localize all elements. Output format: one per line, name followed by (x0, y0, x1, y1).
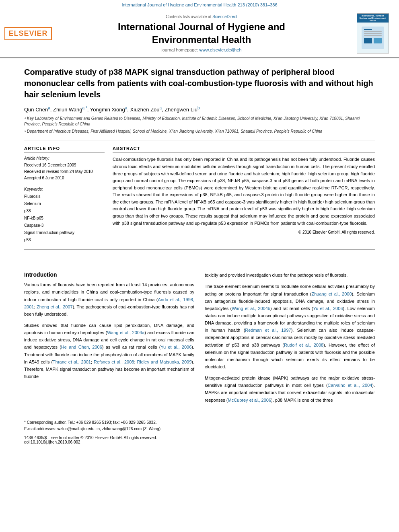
keyword-caspase3: Caspase-3 (24, 222, 105, 229)
right-para1: toxicity and provided investigation clue… (205, 271, 375, 279)
svg-rect-6 (374, 38, 382, 43)
contents-text: Contents lists available at (166, 14, 211, 19)
svg-rect-3 (364, 33, 382, 34)
elsevier-logo: ELSEVIER (4, 27, 51, 40)
journal-title: International Journal of Hygiene and Env… (52, 21, 351, 45)
ref-carvalho[interactable]: Carvalho et al., 2004 (328, 383, 372, 388)
ref-wang2004b[interactable]: Wang et al., 2004b (232, 306, 270, 311)
thumb-body (357, 23, 389, 53)
copyright-text: © 2010 Elsevier GmbH. All rights reserve… (113, 230, 375, 234)
journal-homepage: journal homepage: www.elsevier.de/ijheh (52, 47, 351, 52)
keyword-selenium: Selenium (24, 200, 105, 207)
svg-rect-4 (364, 35, 382, 36)
journal-title-line1: International Journal of Hygiene and (118, 21, 285, 32)
abstract-column: ABSTRACT Coal-combustion-type fluorosis … (113, 146, 375, 244)
journal-thumbnail-area: International Journal of Hygiene and Env… (355, 13, 391, 53)
intro-para1: Various forms of fluorosis have been rep… (24, 281, 194, 318)
ref-yu2006b[interactable]: Yu et al., 2006 (313, 306, 343, 311)
right-para2: The trace element selenium seems to modu… (205, 283, 375, 370)
journal-title-line2: Environmental Health (152, 34, 251, 45)
abstract-text: Coal-combustion-type fluorosis has only … (113, 156, 375, 227)
divider-2 (24, 249, 375, 250)
body-two-columns: Introduction Various forms of fluorosis … (24, 271, 375, 407)
issn-text: 1438-4639/$ – see front matter © 2010 El… (24, 435, 157, 440)
elsevier-logo-area: ELSEVIER (8, 27, 48, 40)
sciencedirect-line: Contents lists available at ScienceDirec… (52, 14, 351, 19)
keyword-signal: Signal transduction pathway (24, 229, 105, 236)
divider-1 (24, 140, 375, 140)
top-bar: International Journal of Hygiene and Env… (0, 0, 399, 9)
svg-rect-2 (364, 31, 382, 32)
svg-rect-5 (364, 38, 372, 43)
abstract-heading: ABSTRACT (113, 146, 375, 153)
ref-mccubrey[interactable]: McCubrey et al., 2006 (228, 398, 271, 403)
issn-line: 1438-4639/$ – see front matter © 2010 El… (24, 435, 375, 444)
journal-header: ELSEVIER Contents lists available at Sci… (0, 9, 399, 58)
homepage-label: journal homepage: (161, 47, 198, 52)
paper-title: Comparative study of p38 MAPK signal tra… (24, 66, 375, 100)
affiliation1: ᵃ Key Laboratory of Environment and Gene… (24, 116, 375, 127)
ref-yu2006[interactable]: Yu et al., 2006 (160, 345, 191, 349)
ref-hechen[interactable]: He and Chen, 2006 (61, 345, 102, 349)
keyword-fluorosis: Fluorosis (24, 193, 105, 200)
ref-wang2004a[interactable]: Wang et al., 2004a (107, 330, 144, 335)
body-section: Introduction Various forms of fluorosis … (0, 263, 399, 452)
ref-thrane[interactable]: Thrane et al., 2001 (53, 359, 91, 364)
authors-text: Qun Chena, Zhilun Wanga,*, Yongmin Xiong… (24, 107, 200, 113)
ref-redman[interactable]: Redman et al., 1997 (245, 328, 291, 333)
thumb-image-icon (361, 26, 385, 50)
intro-para2: Studies showed that fluoride can cause l… (24, 322, 194, 380)
doi-text: doi:10.1016/j.ijheh.2010.06.002 (24, 440, 80, 444)
journal-citation: International Journal of Hygiene and Env… (121, 2, 277, 7)
article-info-heading: ARTICLE INFO (24, 146, 105, 153)
body-col-left: Introduction Various forms of fluorosis … (24, 271, 194, 407)
revised-date: Received in revised form 24 May 2010 (24, 168, 105, 175)
accepted-date: Accepted 6 June 2010 (24, 175, 105, 181)
thumb-header-text: International Journal of Hygiene and Env… (357, 14, 389, 23)
footnote-area: * Corresponding author. Tel.: +86 029 82… (24, 416, 375, 444)
right-para3: Mitogen-activated protein kinase (MAPK) … (205, 374, 375, 404)
journal-thumbnail: International Journal of Hygiene and Env… (357, 13, 389, 53)
ref-refsnes[interactable]: Refsnes et al., 2008 (94, 359, 134, 364)
ref-rudolf[interactable]: Rudolf et al., 2008 (284, 343, 323, 347)
sciencedirect-link[interactable]: ScienceDirect (212, 14, 237, 19)
keyword-nfkb: NF-kB p65 (24, 215, 105, 222)
paper-content: Comparative study of p38 MAPK signal tra… (0, 58, 399, 263)
journal-info-center: Contents lists available at ScienceDirec… (52, 14, 351, 52)
article-body-columns: ARTICLE INFO Article history: Received 1… (24, 146, 375, 244)
homepage-url[interactable]: www.elsevier.de/ijheh (200, 47, 242, 52)
email-footnote: E-mail addresses: wzlun@mail.xjtu.edu.cn… (24, 426, 375, 432)
received-date: Received 16 December 2009 (24, 162, 105, 168)
body-col-right: toxicity and provided investigation clue… (205, 271, 375, 407)
ref-zheng[interactable]: Zheng et al., 2007 (37, 304, 73, 309)
corresponding-footnote: * Corresponding author. Tel.: +86 029 82… (24, 419, 375, 426)
history-label: Article history: (24, 156, 105, 160)
authors-line: Qun Chena, Zhilun Wanga,*, Yongmin Xiong… (24, 106, 375, 113)
ref-ridley[interactable]: Ridley and Matsuoka, 2009 (137, 359, 191, 364)
keywords-label: Keywords: (24, 187, 105, 191)
intro-heading: Introduction (24, 271, 194, 278)
affiliation2: ᶢ Department of Infectious Diseases, Fir… (24, 129, 375, 134)
keywords-section: Keywords: Fluorosis Selenium p38 NF-kB p… (24, 187, 105, 244)
keyword-p38: p38 (24, 207, 105, 215)
keyword-p53: p53 (24, 236, 105, 244)
article-info-column: ARTICLE INFO Article history: Received 1… (24, 146, 105, 244)
ref-zhuang[interactable]: Zhuang et al., 2000 (312, 292, 352, 296)
svg-rect-1 (364, 29, 372, 30)
